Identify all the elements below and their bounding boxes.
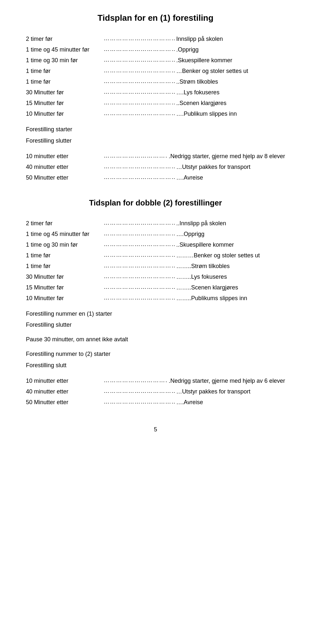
time-label: 40 minutter etter xyxy=(26,163,104,171)
event-label: ..Skuespillere kommer xyxy=(175,240,285,249)
time-label: 1 time før xyxy=(26,251,104,260)
list-item: Forestilling starter xyxy=(26,125,285,134)
time-label: 10 minutter etter xyxy=(26,377,104,385)
event-label: ……..Publikums slippes inn xyxy=(175,294,285,303)
event-label: .Nedrigg starter, gjerne med hjelp av 8 … xyxy=(167,152,285,161)
section1-title: Tidsplan for en (1) forestiling xyxy=(26,13,285,23)
event-label: ……..Scenen klargjøres xyxy=(175,283,285,292)
event-label: ….Publikum slippes inn xyxy=(175,110,285,118)
event-label: ….Avreise xyxy=(175,398,285,407)
list-item: Forestilling slutter xyxy=(26,136,285,146)
list-item: Forestilling slutter xyxy=(26,320,285,330)
time-label: 10 Minutter før xyxy=(26,294,104,303)
event-label: …Utstyr pakkes for transport xyxy=(175,387,285,396)
time-label: 1 time før xyxy=(26,262,104,271)
time-label: 1 time og 30 min før xyxy=(26,240,104,249)
event-label: ..Strøm tilkobles xyxy=(175,77,285,86)
event-label: ….Avreise xyxy=(175,173,285,182)
event-label: ……..Strøm tilkobles xyxy=(175,262,285,271)
list-item: Forestilling nummer to (2) starter xyxy=(26,349,285,359)
table-row: 10 minutter etter …………………………………………………………… xyxy=(26,377,285,385)
event-label: ..Innslipp på skolen xyxy=(175,219,285,228)
table-row: 15 Minutter før ………………………………………………………………… xyxy=(26,99,285,108)
table-row: 10 Minutter før ………………………………………………………………… xyxy=(26,294,285,303)
time-label: 10 minutter etter xyxy=(26,152,104,161)
event-label: ….Lys fokuseres xyxy=(175,88,285,97)
section1-after: 10 minutter etter …………………………………………………………… xyxy=(26,152,285,182)
event-label: ………Benker og stoler settes ut xyxy=(175,251,285,260)
section2-after: 10 minutter etter …………………………………………………………… xyxy=(26,377,285,407)
section2-standalone2: Forestilling nummer to (2) starter Fores… xyxy=(26,349,285,370)
section2-standalone1: Forestilling nummer en (1) starter Fores… xyxy=(26,309,285,330)
table-row: 1 time og 45 minutter før ……………………………………… xyxy=(26,45,285,54)
table-row: 40 minutter etter …………………………………………………………… xyxy=(26,163,285,171)
table-row: 1 time før ……………………………………………………………………………… xyxy=(26,67,285,76)
time-label: 50 Minutter etter xyxy=(26,173,104,182)
table-row: 30 Minutter før ………………………………………………………………… xyxy=(26,273,285,281)
event-label: ..Scenen klargjøres xyxy=(175,99,285,108)
time-label: 40 minutter etter xyxy=(26,387,104,396)
time-label: 15 Minutter før xyxy=(26,99,104,108)
event-label: …Benker og stoler settes ut xyxy=(175,67,285,76)
list-item: Forestilling nummer en (1) starter xyxy=(26,309,285,319)
table-row: 1 time før ……………………………………………………………………………… xyxy=(26,77,285,86)
pause-text: Pause 30 minutter, om annet ikke avtalt xyxy=(26,335,285,344)
table-row: 10 minutter etter …………………………………………………………… xyxy=(26,152,285,161)
table-row: 1 time og 30 min før …………………………………………………… xyxy=(26,56,285,65)
event-label: …Utstyr pakkes for transport xyxy=(175,163,285,171)
table-row: 1 time og 45 minutter før ……………………………………… xyxy=(26,230,285,239)
time-label: 1 time og 45 minutter før xyxy=(26,45,104,54)
event-label: ……..Lys fokuseres xyxy=(175,273,285,281)
event-label: ….Opprigg xyxy=(175,230,285,239)
time-label: 1 time før xyxy=(26,67,104,76)
table-row: 1 time før ……………………………………………………………………………… xyxy=(26,251,285,260)
table-row: 2 timer før …………………………………………………………………………… xyxy=(26,219,285,228)
table-row: 50 Minutter etter …………………………………………………………… xyxy=(26,398,285,407)
event-label: .Opprigg xyxy=(175,45,285,54)
table-row: 2 timer før …………………………………………………………………………… xyxy=(26,35,285,43)
time-label: 15 Minutter før xyxy=(26,283,104,292)
table-row: 40 minutter etter …………………………………………………………… xyxy=(26,387,285,396)
page-number: 5 xyxy=(26,426,285,433)
time-label: 2 timer før xyxy=(26,219,104,228)
time-label: 1 time og 30 min før xyxy=(26,56,104,65)
section2-title: Tidsplan for dobble (2) forestillinger xyxy=(26,198,285,207)
time-label: 30 Minutter før xyxy=(26,273,104,281)
event-label: Innslipp på skolen xyxy=(175,35,285,43)
time-label: 1 time og 45 minutter før xyxy=(26,230,104,239)
time-label: 30 Minutter før xyxy=(26,88,104,97)
table-row: 1 time før ……………………………………………………………………………… xyxy=(26,262,285,271)
section1-standalone: Forestilling starter Forestilling slutte… xyxy=(26,125,285,146)
event-label: .Skuespillere kommer xyxy=(175,56,285,65)
section2-schedule: 2 timer før …………………………………………………………………………… xyxy=(26,219,285,303)
table-row: 1 time og 30 min før …………………………………………………… xyxy=(26,240,285,249)
table-row: 10 Minutter før ………………………………………………………………… xyxy=(26,110,285,118)
time-label: 10 Minutter før xyxy=(26,110,104,118)
time-label: 1 time før xyxy=(26,77,104,86)
time-label: 50 Minutter etter xyxy=(26,398,104,407)
list-item: Forestilling slutt xyxy=(26,361,285,370)
event-label: .Nedrigg starter, gjerne med hjelp av 6 … xyxy=(167,377,285,385)
table-row: 50 Minutter etter …………………………………………………………… xyxy=(26,173,285,182)
table-row: 30 Minutter før ………………………………………………………………… xyxy=(26,88,285,97)
table-row: 15 Minutter før ………………………………………………………………… xyxy=(26,283,285,292)
time-label: 2 timer før xyxy=(26,35,104,43)
section1-schedule: 2 timer før …………………………………………………………………………… xyxy=(26,35,285,118)
